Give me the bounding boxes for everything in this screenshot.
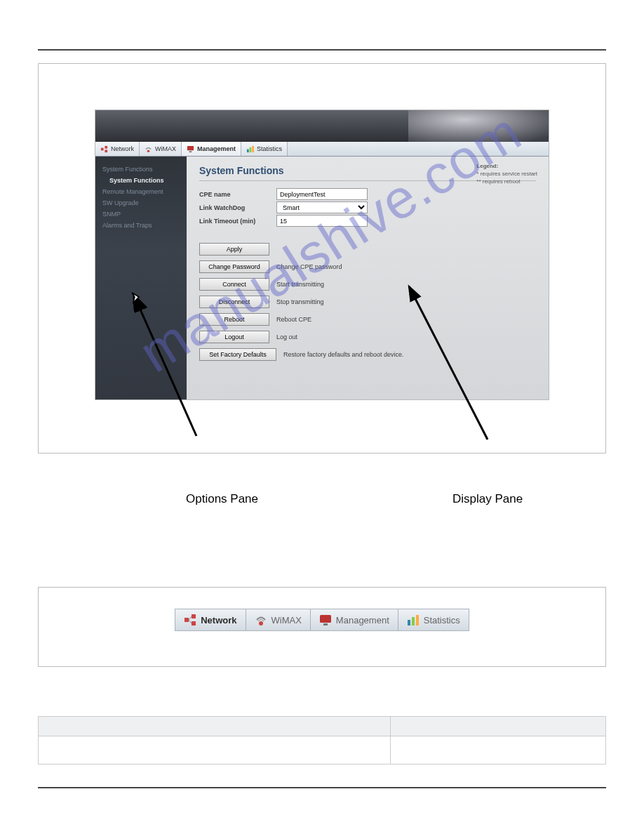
svg-rect-6 xyxy=(189,151,192,152)
svg-line-15 xyxy=(189,616,192,620)
tab-bar: Network WiMAX Management xyxy=(95,142,549,157)
cpe-name-input[interactable] xyxy=(276,188,368,200)
network-icon xyxy=(184,614,196,626)
watchdog-select[interactable]: Smart xyxy=(276,201,368,213)
svg-rect-12 xyxy=(185,618,189,622)
sidebar-item-snmp[interactable]: SNMP xyxy=(102,208,180,220)
sidebar-item-sw-upgrade[interactable]: SW Upgrade xyxy=(102,197,180,208)
connect-button[interactable]: Connect xyxy=(199,278,269,291)
annotation-options-pane: Options Pane xyxy=(186,492,258,506)
svg-rect-3 xyxy=(105,150,107,152)
cpe-name-label: CPE name xyxy=(199,191,276,198)
apply-button[interactable]: Apply xyxy=(199,243,269,256)
monitor-icon xyxy=(319,614,332,626)
tab-network[interactable]: Network xyxy=(95,142,140,156)
bigtab-statistics[interactable]: Statistics xyxy=(398,609,469,630)
legend: Legend: * requires service restart ** re… xyxy=(476,162,537,186)
sidebar-item-remote-management[interactable]: Remote Management xyxy=(102,186,180,197)
sidebar-item-system-functions[interactable]: System Functions xyxy=(102,164,180,175)
logout-button[interactable]: Logout xyxy=(199,331,269,343)
change-password-button[interactable]: Change Password xyxy=(199,260,269,273)
svg-rect-19 xyxy=(323,623,328,626)
timeout-input[interactable] xyxy=(276,215,368,227)
svg-rect-18 xyxy=(320,615,331,623)
tab-management[interactable]: Management xyxy=(182,142,241,156)
banner xyxy=(95,110,549,142)
bigtab-network[interactable]: Network xyxy=(175,609,246,630)
svg-point-4 xyxy=(147,150,150,152)
wimax-icon xyxy=(145,145,152,153)
disconnect-button[interactable]: Disconnect xyxy=(199,296,269,308)
main-figure: Configuration Buttons Network xyxy=(38,63,606,454)
svg-rect-1 xyxy=(101,147,104,150)
svg-rect-22 xyxy=(416,615,419,626)
tab-statistics[interactable]: Statistics xyxy=(241,142,288,156)
display-pane: System Functions Legend: * requires serv… xyxy=(187,157,549,399)
svg-rect-21 xyxy=(412,617,415,626)
chart-icon xyxy=(407,614,420,626)
table-stub xyxy=(38,716,606,764)
button-row-figure: Network WiMAX Management Statistics xyxy=(38,587,606,667)
bigtab-wimax[interactable]: WiMAX xyxy=(246,609,311,630)
svg-rect-8 xyxy=(250,147,252,152)
monitor-icon xyxy=(187,145,194,153)
svg-rect-5 xyxy=(187,145,194,150)
chart-icon xyxy=(246,145,254,153)
wimax-icon xyxy=(255,614,267,626)
svg-point-17 xyxy=(259,621,263,626)
tab-wimax[interactable]: WiMAX xyxy=(140,142,182,156)
screenshot-panel: Network WiMAX Management xyxy=(95,110,549,400)
timeout-label: Link Timeout (min) xyxy=(199,218,276,225)
network-icon xyxy=(100,145,108,153)
sidebar-item-system-functions-child[interactable]: System Functions xyxy=(102,175,180,186)
svg-rect-7 xyxy=(247,149,249,152)
svg-rect-9 xyxy=(252,145,254,152)
watchdog-label: Link WatchDog xyxy=(199,204,276,211)
svg-rect-20 xyxy=(408,620,410,626)
reboot-button[interactable]: Reboot xyxy=(199,313,269,326)
annotation-display-pane: Display Pane xyxy=(452,492,523,506)
svg-rect-2 xyxy=(105,145,107,148)
bigtab-management[interactable]: Management xyxy=(311,609,398,630)
svg-line-16 xyxy=(189,620,192,623)
factory-defaults-button[interactable]: Set Factory Defaults xyxy=(199,348,276,361)
svg-rect-13 xyxy=(192,614,196,618)
sidebar-item-alarms-traps[interactable]: Alarms and Traps xyxy=(102,220,180,231)
sidebar: System Functions System Functions Remote… xyxy=(95,157,187,399)
svg-rect-14 xyxy=(192,621,196,626)
